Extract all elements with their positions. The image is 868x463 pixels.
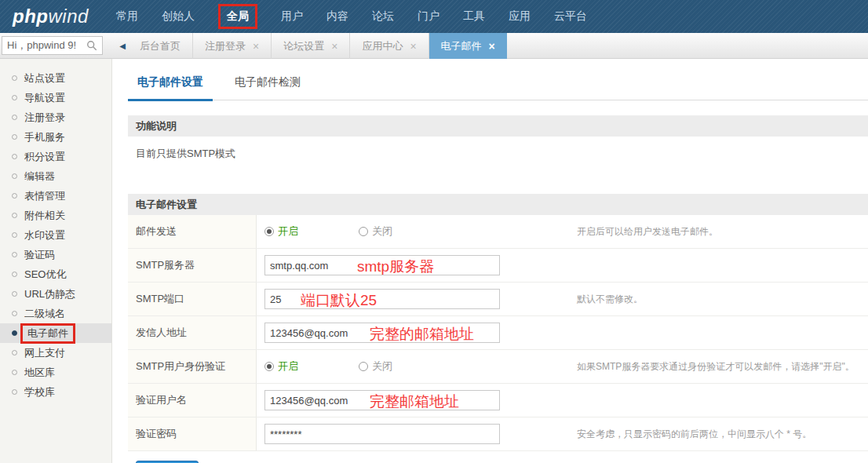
field-label: 验证密码: [128, 417, 257, 450]
close-icon[interactable]: ×: [410, 41, 416, 52]
sidebar-item[interactable]: 编辑器: [0, 166, 111, 186]
window-tab[interactable]: 注册登录×: [193, 33, 272, 59]
window-tab-label: 应用中心: [362, 33, 403, 59]
close-icon[interactable]: ×: [331, 41, 337, 52]
top-nav-item[interactable]: 常用: [116, 9, 138, 24]
bullet-icon: [12, 173, 17, 179]
bullet-icon: [12, 134, 17, 140]
field-cell: [257, 424, 571, 444]
close-icon[interactable]: ×: [253, 41, 259, 52]
field-cell: 开启关闭: [257, 359, 571, 374]
logo-text-rest: wind: [48, 5, 88, 27]
sidebar-item-label: 二级域名: [24, 307, 65, 321]
bullet-icon: [12, 291, 17, 297]
field-note: 默认不需修改。: [571, 293, 868, 306]
top-nav-item-active[interactable]: 全局: [218, 4, 257, 29]
sidebar-item[interactable]: 注册登录: [0, 108, 111, 127]
top-nav-item[interactable]: 云平台: [554, 9, 587, 24]
bullet-icon: [12, 232, 17, 238]
smtp-auth-radio-on[interactable]: 开启: [264, 359, 359, 374]
input-wrapper: 完整邮箱地址: [264, 390, 500, 410]
admin-search-box[interactable]: Hi，phpwind 9!: [2, 36, 103, 55]
sidebar-item[interactable]: URL伪静态: [0, 284, 111, 304]
sidebar-item-active[interactable]: 电子邮件: [0, 323, 111, 343]
sidebar-item[interactable]: SEO优化: [0, 264, 111, 284]
sidebar-item-label: 验证码: [24, 248, 55, 262]
field-note: 开启后可以给用户发送电子邮件。: [571, 225, 868, 239]
sidebar-item[interactable]: 手机服务: [0, 127, 111, 147]
sidebar-item-label: 学校库: [24, 385, 55, 399]
sidebar-item[interactable]: 站点设置: [0, 68, 111, 88]
field-label: 邮件发送: [128, 215, 257, 248]
sidebar-item[interactable]: 学校库: [0, 382, 111, 402]
bullet-icon: [12, 389, 17, 395]
top-nav-menu: 常用创始人全局用户内容论坛门户工具应用云平台: [116, 4, 587, 29]
radio-off-icon[interactable]: [359, 362, 368, 371]
sidebar-item[interactable]: 积分设置: [0, 147, 111, 166]
field-label: SMTP服务器: [128, 249, 257, 282]
form-row: 验证密码安全考虑，只显示密码的前后两位，中间显示八个 * 号。: [128, 417, 868, 451]
form-row: 验证用户名完整邮箱地址: [128, 384, 868, 417]
input-wrapper: [264, 424, 500, 444]
sidebar-item-label: 网上支付: [24, 346, 65, 360]
search-icon[interactable]: [86, 40, 97, 51]
sidebar-item-label: URL伪静态: [24, 287, 75, 301]
tabs-scroll-left-icon[interactable]: ◀: [117, 33, 128, 59]
top-nav-item[interactable]: 论坛: [372, 9, 394, 24]
top-nav-item[interactable]: 应用: [509, 9, 531, 24]
content-tab[interactable]: 电子邮件检测: [225, 71, 310, 100]
radio-off-icon[interactable]: [359, 227, 368, 236]
bullet-icon: [12, 252, 17, 257]
sidebar-item[interactable]: 网上支付: [0, 343, 111, 363]
radio-option-label: 关闭: [372, 359, 392, 374]
auth-username-input[interactable]: [264, 390, 500, 410]
smtp-port-input[interactable]: [264, 289, 500, 309]
field-cell: 完整的邮箱地址: [257, 323, 571, 343]
auth-password-input[interactable]: [264, 424, 500, 444]
close-icon[interactable]: ×: [489, 41, 495, 52]
sidebar-item[interactable]: 二级域名: [0, 304, 111, 323]
bullet-icon: [12, 95, 17, 100]
smtp-auth-radio-off[interactable]: 关闭: [359, 359, 453, 374]
bullet-icon: [12, 115, 17, 120]
radio-on-icon[interactable]: [264, 227, 274, 236]
top-nav-item[interactable]: 用户: [281, 9, 303, 24]
content-tab-active[interactable]: 电子邮件设置: [128, 71, 213, 101]
sidebar-item[interactable]: 水印设置: [0, 225, 111, 245]
sidebar-item[interactable]: 验证码: [0, 245, 111, 264]
top-nav-item[interactable]: 工具: [463, 9, 485, 24]
sender-address-input[interactable]: [264, 323, 500, 343]
sidebar-item-label: 水印设置: [24, 228, 65, 242]
main-content: 电子邮件设置电子邮件检测 功能说明 目前只提供SMTP模式 电子邮件设置 邮件发…: [113, 59, 868, 463]
sidebar-item-label: 积分设置: [24, 150, 65, 164]
mail-send-radio-off[interactable]: 关闭: [359, 224, 453, 239]
window-tab-label: 电子邮件: [441, 33, 482, 59]
radio-on-icon[interactable]: [264, 362, 274, 371]
bullet-icon: [12, 370, 17, 375]
window-tab[interactable]: 论坛设置×: [272, 33, 350, 59]
window-tab-label: 注册登录: [205, 33, 246, 59]
top-nav-item[interactable]: 创始人: [162, 9, 195, 24]
mail-send-radio-on[interactable]: 开启: [264, 224, 359, 239]
phpwind-admin-page: phpwind 常用创始人全局用户内容论坛门户工具应用云平台 Hi，phpwin…: [0, 0, 868, 463]
sidebar-item[interactable]: 导航设置: [0, 88, 111, 108]
window-tab-active[interactable]: 电子邮件×: [429, 33, 507, 59]
sidebar-item-label: 附件相关: [24, 209, 65, 223]
field-cell: 端口默认25: [257, 289, 571, 309]
window-tab-label: 后台首页: [140, 33, 181, 59]
sidebar-item[interactable]: 附件相关: [0, 206, 111, 225]
window-tab[interactable]: 应用中心×: [350, 33, 429, 59]
smtp-server-input[interactable]: [264, 255, 500, 275]
sidebar-item[interactable]: 表情管理: [0, 186, 111, 206]
settings-sidebar: 站点设置导航设置注册登录手机服务积分设置编辑器表情管理附件相关水印设置验证码SE…: [0, 59, 112, 463]
radio-option-label: 开启: [278, 359, 298, 374]
top-nav-item[interactable]: 内容: [326, 9, 348, 24]
top-nav-bar: phpwind 常用创始人全局用户内容论坛门户工具应用云平台: [0, 0, 868, 33]
bullet-icon: [12, 154, 17, 159]
window-tab[interactable]: 后台首页: [128, 33, 193, 59]
sidebar-item[interactable]: 地区库: [0, 363, 111, 382]
top-nav-item[interactable]: 门户: [418, 9, 439, 24]
field-cell: 开启关闭: [257, 224, 571, 239]
greeting-text: Hi，phpwind 9!: [7, 38, 76, 53]
sidebar-item-label: 手机服务: [24, 130, 65, 144]
